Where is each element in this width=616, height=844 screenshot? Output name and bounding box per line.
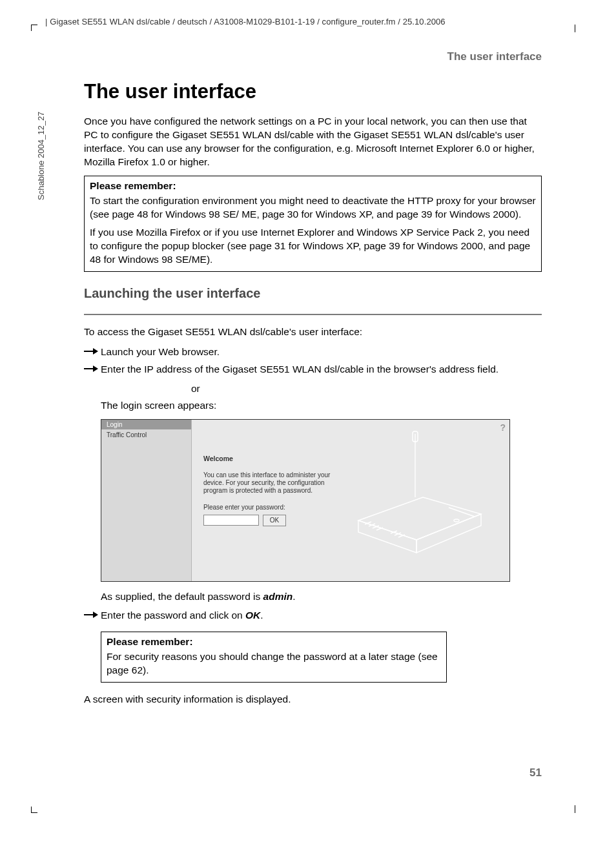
arrow-icon [84,363,101,375]
arrow-icon [84,609,101,621]
intro-paragraph: Once you have configured the network set… [84,115,542,169]
crop-mark-top-right [571,25,575,32]
password-row: OK [203,515,333,526]
svg-marker-3 [93,365,98,372]
step-text: Launch your Web browser. [101,345,542,359]
page-title: The user interface [84,80,542,103]
or-label: or [191,383,542,395]
nav-item-traffic-control[interactable]: Traffic Control [101,429,191,440]
document-header-path: | Gigaset SE551 WLAN dsl/cable / deutsch… [45,17,564,26]
svg-marker-1 [93,348,98,355]
screenshot-sidebar: Login Traffic Control [101,420,192,581]
password-prompt: Please enter your password: [203,504,333,511]
note-title: Please remember: [90,180,536,193]
crop-mark-bottom-left [31,807,37,813]
note-paragraph-1: To start the configuration environment y… [90,194,536,221]
default-pw-value: admin [263,591,293,602]
default-pw-pre: As supplied, the default password is [101,591,263,602]
svg-marker-8 [93,612,98,618]
router-illustration [345,430,494,559]
step3-post: . [260,610,263,621]
running-head: The user interface [84,50,542,63]
step-text: Enter the password and click on OK. [101,609,542,623]
step-launch-browser: Launch your Web browser. [84,345,542,359]
page-number: 51 [529,767,542,779]
note-paragraph: For security reasons you should change t… [107,650,441,677]
note-box-password: Please remember: For security reasons yo… [101,632,447,683]
login-screenshot: Login Traffic Control ? Welcome You can … [101,419,510,582]
screenshot-main-panel: Welcome You can use this interface to ad… [203,455,333,526]
template-side-label: Schablone 2004_12_27 [36,112,46,200]
nav-item-login[interactable]: Login [101,420,191,429]
header-path-text: Gigaset SE551 WLAN dsl/cable / deutsch /… [50,17,446,26]
default-password-line: As supplied, the default password is adm… [101,591,542,602]
crop-mark-bottom-right [571,805,575,813]
crop-mark-top-left [31,25,37,31]
step-enter-password: Enter the password and click on OK. [84,609,542,623]
page-content: The user interface The user interface On… [84,50,542,713]
note-paragraph-2: If you use Mozilla Firefox or if you use… [90,226,536,267]
default-pw-post: . [293,591,295,602]
password-input[interactable] [203,515,259,526]
ok-button[interactable]: OK [263,515,286,526]
welcome-heading: Welcome [203,455,333,462]
access-line: To access the Gigaset SE551 WLAN dsl/cab… [84,325,542,339]
step3-pre: Enter the password and click on [101,610,245,621]
welcome-description: You can use this interface to administer… [203,471,333,495]
step-text: Enter the IP address of the Gigaset SE55… [101,363,542,376]
section-heading-launching: Launching the user interface [84,286,542,302]
step-enter-ip: Enter the IP address of the Gigaset SE55… [84,363,542,376]
svg-point-6 [454,519,459,522]
closing-line: A screen with security information is di… [84,693,542,706]
login-appears-text: The login screen appears: [101,400,542,411]
note-box-proxy: Please remember: To start the configurat… [84,176,542,273]
note-title: Please remember: [107,635,441,649]
help-icon[interactable]: ? [500,422,506,433]
arrow-icon [84,345,101,357]
step3-ok: OK [245,610,260,621]
heading-rule [84,314,542,315]
